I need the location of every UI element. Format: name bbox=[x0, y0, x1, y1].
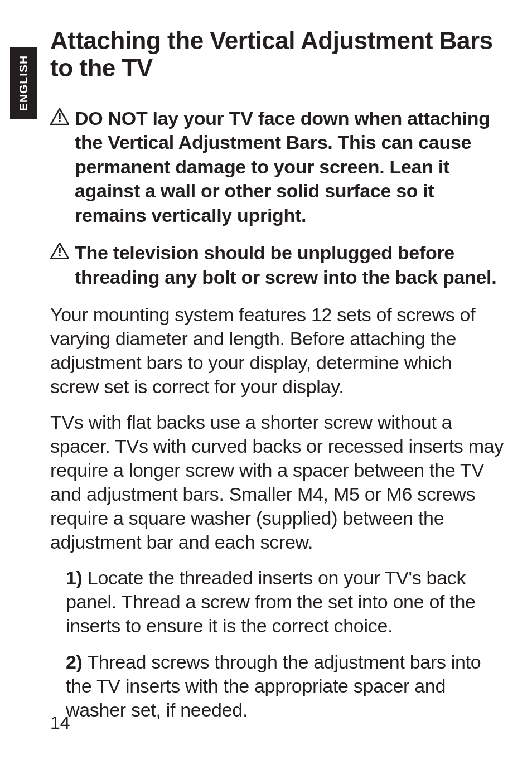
warning-text: The television should be unplugged befor… bbox=[75, 241, 505, 289]
warning-icon bbox=[50, 108, 69, 125]
warning-icon bbox=[50, 243, 69, 259]
page-container: ENGLISH Attaching the Vertical Adjustmen… bbox=[0, 0, 532, 760]
step-text: Locate the threaded inserts on your TV's… bbox=[66, 567, 476, 636]
page-title: Attaching the Vertical Adjustment Bars t… bbox=[50, 27, 505, 82]
step-number: 1) bbox=[66, 567, 83, 588]
step-text: Thread screws through the adjustment bar… bbox=[66, 651, 481, 720]
svg-rect-2 bbox=[59, 120, 60, 122]
warning-note: DO NOT lay your TV face down when attach… bbox=[50, 107, 505, 228]
svg-rect-4 bbox=[59, 248, 60, 253]
language-label: ENGLISH bbox=[17, 55, 30, 111]
svg-rect-5 bbox=[59, 255, 60, 256]
warning-text: DO NOT lay your TV face down when attach… bbox=[75, 107, 505, 228]
warning-note: The television should be unplugged befor… bbox=[50, 241, 505, 289]
svg-rect-1 bbox=[59, 113, 60, 119]
list-item: 2) Thread screws through the adjustment … bbox=[66, 650, 505, 722]
body-paragraph: Your mounting system features 12 sets of… bbox=[50, 303, 505, 398]
list-item: 1) Locate the threaded inserts on your T… bbox=[66, 566, 505, 637]
step-number: 2) bbox=[66, 651, 83, 672]
language-tab: ENGLISH bbox=[10, 47, 37, 119]
steps-list: 1) Locate the threaded inserts on your T… bbox=[50, 566, 505, 722]
page-number: 14 bbox=[50, 713, 70, 733]
body-paragraph: TVs with flat backs use a shorter screw … bbox=[50, 410, 505, 554]
